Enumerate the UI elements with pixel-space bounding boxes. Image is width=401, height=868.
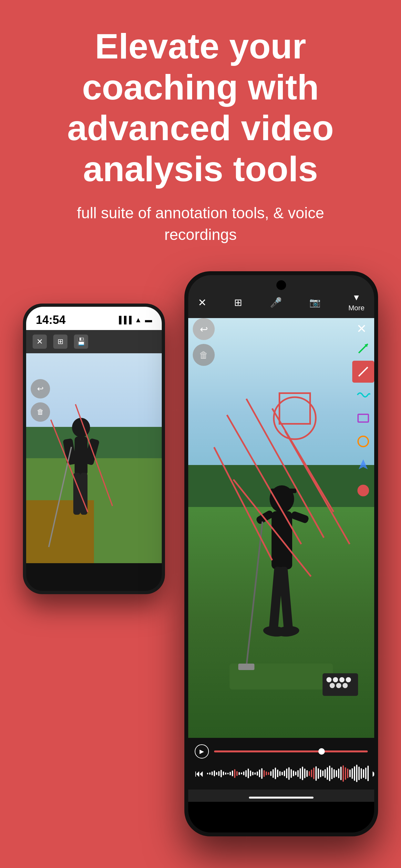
mic-icon: 🎤 [270,297,282,308]
front-more-button[interactable]: ▼ More [348,291,365,312]
close-icon-front: ✕ [198,297,207,309]
waveform-bar-39 [295,771,297,775]
waveform-bar-63 [349,770,351,777]
waveform-bar-19 [250,771,251,776]
svg-point-12 [339,677,344,682]
phone-back-status-bar: 14:54 ▐▐▐ ▲ ▬ [26,307,162,330]
arrow-tool-button[interactable] [352,337,374,360]
waveform-bar-23 [259,770,260,777]
arrow-green-icon [356,341,370,355]
front-undo-button[interactable]: ↩ [193,318,215,340]
waveform-bar-54 [329,766,330,781]
waveform-bar-12 [234,769,235,778]
waveform-bar-5 [218,771,220,776]
waveform-bar-66 [356,765,358,782]
waveform-bar-49 [318,768,319,779]
waveform-bar-59 [340,767,342,780]
undo-icon: ↩ [37,384,43,393]
waveform-bar-71 [367,766,369,781]
play-button[interactable]: ▶ [195,744,209,758]
back-save-button[interactable]: 💾 [74,335,88,349]
waveform-bar-4 [216,772,217,775]
waveform-bar-48 [315,766,317,781]
circle-tool-button[interactable] [352,430,374,453]
waveform-bar-21 [254,772,256,775]
waveform-bar-13 [236,771,238,776]
back-undo-button[interactable]: ↩ [31,379,50,399]
waveform-bar-55 [331,768,333,779]
waveform-bar-7 [223,771,224,775]
waveform-bar-64 [351,768,353,779]
svg-point-33 [358,485,369,496]
svg-line-6 [49,447,71,547]
svg-line-26 [246,522,263,667]
waveform-bar-33 [281,772,283,775]
skip-forward-button[interactable]: ⏭ [372,768,374,779]
svg-rect-31 [358,414,368,422]
fill-blue-icon [356,458,370,472]
page-wrapper: Elevate your coaching with advanced vide… [0,0,401,868]
waveform-bar-10 [229,772,231,775]
back-phone-video: ↩ 🗑 [26,353,162,563]
front-mic-button[interactable]: 🎤 [270,296,282,308]
svg-rect-27 [238,663,254,670]
waveform-bar-15 [241,772,242,774]
waveform-bar-0 [207,773,208,774]
waveform-bar-46 [311,770,312,777]
waveform-bar-20 [252,772,253,775]
squiggle-tool-button[interactable] [352,384,374,406]
waveform-bar-67 [359,767,360,780]
back-close-button[interactable]: ✕ [33,335,47,349]
front-camera-notch [276,280,286,290]
svg-point-13 [346,677,351,682]
waveform-bar-17 [245,770,247,777]
front-camera-button[interactable]: 📷 [309,296,320,308]
svg-rect-18 [271,489,297,493]
waveform-bar-18 [248,769,249,778]
waveform-bar-44 [306,770,308,777]
front-anno-close[interactable]: ✕ [353,321,370,337]
waveform-bar-14 [239,772,240,775]
timeline-waveform[interactable] [207,764,369,783]
waveform-bar-27 [268,772,269,775]
fill-tool-button[interactable] [352,454,374,476]
progress-indicator[interactable] [318,748,325,755]
front-close-button[interactable]: ✕ [198,295,207,309]
waveform-bar-38 [293,771,294,776]
waveform-bar-45 [309,771,310,776]
front-delete-button[interactable]: 🗑 [193,344,215,366]
progress-bar[interactable] [214,750,368,752]
waveform-bar-34 [284,771,285,776]
back-split-button[interactable]: ⊞ [53,335,67,349]
waveform-bar-50 [320,770,321,777]
waveform-bar-47 [313,768,314,779]
phone-back: 14:54 ▐▐▐ ▲ ▬ ✕ ⊞ 💾 [23,304,165,594]
waveform-bar-57 [336,770,337,777]
signal-icon: ▐▐▐ [116,316,131,324]
waveform-bar-25 [264,770,265,777]
waveform-bar-58 [338,769,339,778]
front-split-button[interactable]: ⊞ [234,296,242,308]
camera-icon: 📷 [309,297,320,308]
phones-container: 14:54 ▐▐▐ ▲ ▬ ✕ ⊞ 💾 [23,271,378,852]
waveform-bar-31 [277,770,278,777]
front-phone-video-area: ↩ 🗑 ✕ [188,318,374,738]
waveform-bar-6 [220,770,222,777]
waveform-bar-1 [209,772,211,775]
waveform-bar-68 [361,768,362,779]
rectangle-tool-button[interactable] [352,407,374,429]
line-tool-button[interactable] [352,361,374,383]
record-button[interactable] [352,479,374,501]
trash-icon-front: 🗑 [199,350,208,361]
phone-back-screen: 14:54 ▐▐▐ ▲ ▬ ✕ ⊞ 💾 [26,307,162,591]
playback-bar: ▶ [195,744,368,758]
rectangle-purple-icon [356,411,370,425]
waveform-bar-8 [225,772,226,775]
record-red-icon [356,484,370,498]
timeline-area: ⏮ ⏭ [195,764,368,783]
waveform-bar-26 [266,771,267,775]
svg-point-0 [72,418,90,437]
skip-back-button[interactable]: ⏮ [195,768,204,779]
waveform-bar-69 [363,769,364,778]
close-icon: ✕ [36,337,43,346]
